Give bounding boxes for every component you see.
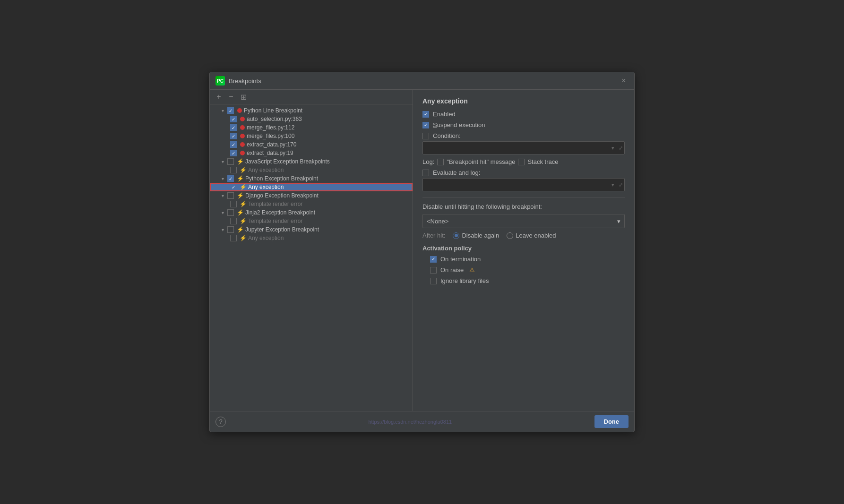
disable-until-select[interactable]: <None> ▾ <box>422 214 625 228</box>
item-label: auto_selection.py:363 <box>247 116 302 122</box>
section-title: Any exception <box>422 97 625 105</box>
group-label: JavaScript Exception Breakpoints <box>245 158 330 165</box>
condition-label: Condition: <box>433 132 461 139</box>
condition-checkbox[interactable] <box>422 133 429 139</box>
on-termination-row: ✓ On termination <box>422 256 625 263</box>
lightning-icon: ⚡ <box>237 175 244 182</box>
chevron-icon: ▾ <box>219 192 226 199</box>
tree-group-jinja2-exception[interactable]: ▾ ⚡ Jinja2 Exception Breakpoint <box>210 208 413 217</box>
chevron-icon: ▾ <box>219 158 226 165</box>
done-button[interactable]: Done <box>594 415 629 428</box>
radio-circle <box>453 232 459 239</box>
ignore-library-checkbox[interactable] <box>430 278 437 284</box>
lightning-icon: ⚡ <box>240 184 247 190</box>
tree-group-django-exception[interactable]: ▾ ⚡ Django Exception Breakpoint <box>210 191 413 200</box>
group-checkbox[interactable]: ✓ <box>227 107 234 114</box>
dialog-title: Breakpoints <box>229 77 261 85</box>
group-checkbox[interactable] <box>227 192 234 199</box>
item-checkbox[interactable] <box>230 167 237 173</box>
disable-until-label: Disable until hitting the following brea… <box>422 203 542 210</box>
suspend-checkbox[interactable]: ✓ <box>422 122 429 128</box>
item-checkbox[interactable]: ✓ <box>230 124 237 131</box>
evaluate-input[interactable] <box>422 178 625 191</box>
item-checkbox[interactable] <box>230 201 237 207</box>
breakpoints-dialog: PC Breakpoints × + − ⊞ ▾ ✓ Python Line B… <box>209 72 635 432</box>
help-button[interactable]: ? <box>215 417 226 427</box>
ignore-library-label: Ignore library files <box>440 277 489 284</box>
tree-group-jupyter-exception[interactable]: ▾ ⚡ Jupyter Exception Breakpoint <box>210 225 413 234</box>
close-button[interactable]: × <box>619 76 629 85</box>
tree-item-python-any[interactable]: ✓ ⚡ Any exception <box>210 183 413 191</box>
item-checkbox[interactable]: ✓ <box>230 141 237 148</box>
condition-input[interactable] <box>422 141 625 154</box>
suspend-row: ✓ Suspend execution <box>422 121 625 128</box>
group-checkbox[interactable] <box>227 158 234 165</box>
item-checkbox[interactable] <box>230 218 237 224</box>
bp-hit-checkbox[interactable] <box>437 159 444 165</box>
title-bar: PC Breakpoints × <box>210 72 634 90</box>
group-label: Django Exception Breakpoint <box>245 192 319 199</box>
group-label: Python Exception Breakpoint <box>245 175 318 182</box>
item-label: Any exception <box>248 184 284 190</box>
tree-group-python-line[interactable]: ▾ ✓ Python Line Breakpoint <box>210 106 413 115</box>
tree-item-extract-19[interactable]: ✓ extract_data.py:19 <box>210 149 413 157</box>
lightning-icon: ⚡ <box>237 226 244 233</box>
tree-group-js-exception[interactable]: ▾ ⚡ JavaScript Exception Breakpoints <box>210 157 413 166</box>
footer-url: https://blog.csdn.net/hezhongla0811 <box>368 419 452 425</box>
disable-again-radio[interactable]: Disable again <box>453 232 499 239</box>
activation-policy-label: Activation policy <box>422 245 472 252</box>
tree-group-python-exception[interactable]: ▾ ✓ ⚡ Python Exception Breakpoint <box>210 174 413 183</box>
tree-item-jupyter-any[interactable]: ⚡ Any exception <box>210 234 413 242</box>
group-checkbox[interactable]: ✓ <box>227 175 234 182</box>
enabled-checkbox[interactable]: ✓ <box>422 111 429 118</box>
add-button[interactable]: + <box>214 92 224 102</box>
evaluate-label: Evaluate and log: <box>433 169 480 176</box>
item-checkbox[interactable]: ✓ <box>230 150 237 156</box>
item-label: extract_data.py:170 <box>247 141 296 148</box>
on-termination-label: On termination <box>440 256 481 263</box>
tree-item-django-template[interactable]: ⚡ Template render error <box>210 200 413 208</box>
item-label: Any exception <box>248 235 284 241</box>
group-checkbox[interactable] <box>227 226 234 233</box>
on-raise-checkbox[interactable] <box>430 267 437 273</box>
dropdown-icon[interactable]: ▾ <box>611 145 614 151</box>
tree-item-jinja2-template[interactable]: ⚡ Template render error <box>210 217 413 225</box>
condition-input-row: ⤢ ▾ <box>422 141 625 154</box>
enabled-label: Enabled <box>433 111 456 118</box>
dropdown-icon[interactable]: ▾ <box>611 182 614 188</box>
select-arrow: ▾ <box>617 218 620 225</box>
red-dot-icon <box>240 142 245 147</box>
leave-enabled-radio[interactable]: Leave enabled <box>507 232 556 239</box>
chevron-icon: ▾ <box>219 226 226 233</box>
bp-hit-label: "Breakpoint hit" message <box>447 158 515 165</box>
disable-until-row: Disable until hitting the following brea… <box>422 203 625 210</box>
evaluate-checkbox[interactable] <box>422 170 429 176</box>
log-label: Log: <box>422 158 434 165</box>
leave-enabled-label: Leave enabled <box>516 232 556 239</box>
group-label: Jupyter Exception Breakpoint <box>245 226 319 233</box>
lightning-icon: ⚡ <box>240 218 247 224</box>
tree-item-auto-selection[interactable]: ✓ auto_selection.py:363 <box>210 115 413 123</box>
right-panel: Any exception ✓ Enabled ✓ Suspend execut… <box>413 90 634 411</box>
view-button[interactable]: ⊞ <box>238 92 249 102</box>
item-checkbox[interactable]: ✓ <box>230 133 237 139</box>
tree-item-merge-100[interactable]: ✓ merge_files.py:100 <box>210 132 413 140</box>
tree-item-extract-170[interactable]: ✓ extract_data.py:170 <box>210 140 413 149</box>
on-raise-label: On raise <box>440 266 464 273</box>
warning-icon: ⚠ <box>469 266 475 273</box>
item-checkbox[interactable] <box>230 235 237 241</box>
ignore-library-row: Ignore library files <box>422 277 625 284</box>
item-label: merge_files.py:112 <box>247 124 294 131</box>
tree-item-merge-112[interactable]: ✓ merge_files.py:112 <box>210 123 413 132</box>
stack-trace-checkbox[interactable] <box>518 159 525 165</box>
expand-icon[interactable]: ⤢ <box>619 145 623 151</box>
item-checkbox[interactable]: ✓ <box>230 184 237 190</box>
group-checkbox[interactable] <box>227 209 234 216</box>
red-dot-icon <box>240 117 245 121</box>
on-termination-checkbox[interactable]: ✓ <box>430 256 437 263</box>
expand-icon[interactable]: ⤢ <box>619 182 623 188</box>
item-checkbox[interactable]: ✓ <box>230 116 237 122</box>
tree-item-js-any[interactable]: ⚡ Any exception <box>210 166 413 174</box>
left-panel: + − ⊞ ▾ ✓ Python Line Breakpoint ✓ auto_… <box>210 90 413 411</box>
remove-button[interactable]: − <box>226 92 236 102</box>
